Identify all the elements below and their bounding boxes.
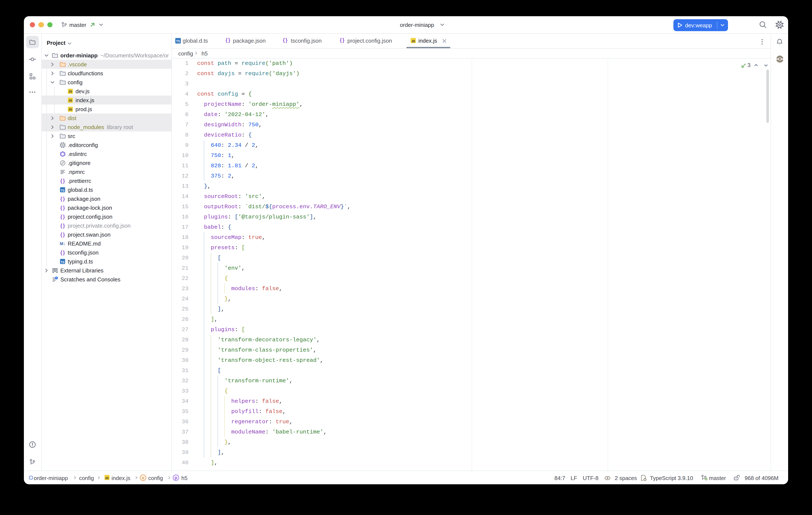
svg-text:p: p	[175, 476, 177, 480]
svg-text:v: v	[142, 476, 144, 480]
